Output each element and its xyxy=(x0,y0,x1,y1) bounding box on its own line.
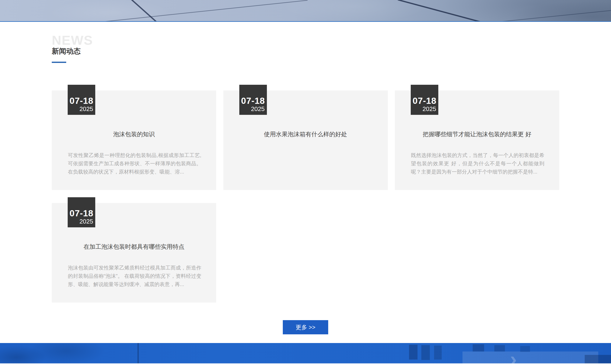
news-summary: 泡沫包装由可发性聚苯乙烯质料经过模具加工而成，所造作的封装制品俗称“泡沫”。 在… xyxy=(68,264,201,288)
news-title-link[interactable]: 在加工泡沫包装时都具有哪些实用特点 xyxy=(60,243,208,250)
date-badge: 07-18 2025 xyxy=(239,85,267,115)
date-year: 2025 xyxy=(239,105,267,112)
date-badge: 07-18 2025 xyxy=(411,85,438,115)
news-summary: 既然选择泡沫包装的方式，当然了，每一个人的初衷都是希望包装的效果更 好，但是为什… xyxy=(411,151,544,176)
date-day: 07-18 xyxy=(68,96,95,105)
news-card[interactable]: 07-18 2025 把握哪些细节才能让泡沫包装的结果更 好 既然选择泡沫包装的… xyxy=(395,91,559,190)
banner-texture xyxy=(0,0,611,21)
footer-photo-pole xyxy=(138,343,139,363)
date-badge: 07-18 2025 xyxy=(68,197,95,227)
section-title-zh: 新闻动态 xyxy=(52,47,559,55)
date-year: 2025 xyxy=(68,218,95,225)
date-year: 2025 xyxy=(68,105,95,112)
date-year: 2025 xyxy=(411,105,438,112)
date-badge: 07-18 2025 xyxy=(68,85,95,115)
date-day: 07-18 xyxy=(68,209,95,218)
section-underline xyxy=(52,62,66,63)
footer-photo-window xyxy=(434,346,442,360)
news-title-link[interactable]: 泡沫包装的知识 xyxy=(60,131,208,138)
date-day: 07-18 xyxy=(411,96,438,105)
date-day: 07-18 xyxy=(239,96,267,105)
carousel-next-icon: › xyxy=(510,349,517,363)
footer-photo-window xyxy=(520,346,530,352)
footer-photo-building xyxy=(462,351,598,363)
news-title-link[interactable]: 把握哪些细节才能让泡沫包装的结果更 好 xyxy=(403,131,551,138)
top-banner-image xyxy=(0,0,611,22)
footer-photo-window xyxy=(409,345,417,360)
news-card[interactable]: 07-18 2025 使用水果泡沫箱有什么样的好处 xyxy=(223,91,388,190)
more-news-button[interactable]: 更多 >> xyxy=(283,320,328,334)
news-card[interactable]: 07-18 2025 泡沫包装的知识 可发性聚乙烯是一种理想化的包装制品,根据成… xyxy=(52,91,216,190)
section-title-en: NEWS xyxy=(52,34,559,47)
footer-photo-trees xyxy=(0,343,110,363)
footer-photo-strip: › xyxy=(0,343,611,363)
news-card-grid: 07-18 2025 泡沫包装的知识 可发性聚乙烯是一种理想化的包装制品,根据成… xyxy=(52,91,559,302)
footer-photo-window xyxy=(421,345,430,360)
news-title-link[interactable]: 使用水果泡沫箱有什么样的好处 xyxy=(232,131,379,138)
news-card[interactable]: 07-18 2025 在加工泡沫包装时都具有哪些实用特点 泡沫包装由可发性聚苯乙… xyxy=(52,203,216,302)
footer-photo-window xyxy=(494,345,505,351)
footer-photo-shadow xyxy=(585,355,611,363)
news-summary: 可发性聚乙烯是一种理想化的包装制品,根据成形加工工艺,可依据需要生产加工成各种形… xyxy=(68,151,201,176)
news-section: NEWS 新闻动态 07-18 2025 泡沫包装的知识 可发性聚乙烯是一种理想… xyxy=(52,34,559,334)
footer-photo-window xyxy=(473,344,484,351)
